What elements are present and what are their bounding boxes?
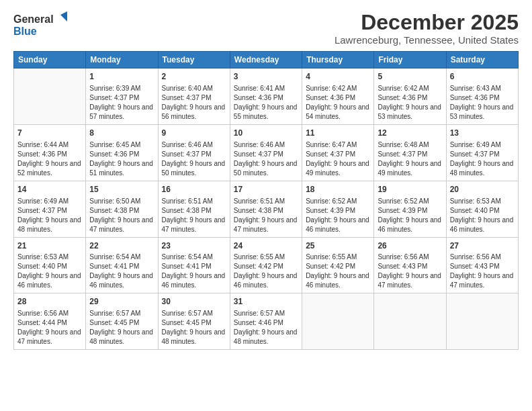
day-number: 11: [306, 128, 370, 139]
calendar-cell: 7Sunrise: 6:44 AMSunset: 4:36 PMDaylight…: [14, 124, 86, 181]
calendar-week-4: 21Sunrise: 6:53 AMSunset: 4:40 PMDayligh…: [14, 237, 519, 293]
day-info: Sunrise: 6:52 AMSunset: 4:39 PMDaylight:…: [306, 197, 370, 234]
weekday-header: SundayMondayTuesdayWednesdayThursdayFrid…: [14, 52, 519, 68]
day-info: Sunrise: 6:57 AMSunset: 4:45 PMDaylight:…: [89, 309, 154, 347]
calendar-cell: 10Sunrise: 6:46 AMSunset: 4:37 PMDayligh…: [230, 124, 302, 181]
calendar-cell: 17Sunrise: 6:51 AMSunset: 4:38 PMDayligh…: [230, 181, 302, 237]
svg-text:General: General: [13, 13, 54, 25]
day-info: Sunrise: 6:42 AMSunset: 4:36 PMDaylight:…: [306, 84, 370, 122]
day-info: Sunrise: 6:49 AMSunset: 4:37 PMDaylight:…: [450, 140, 515, 178]
day-number: 12: [378, 128, 442, 139]
day-info: Sunrise: 6:51 AMSunset: 4:38 PMDaylight:…: [234, 197, 298, 234]
calendar-table: SundayMondayTuesdayWednesdayThursdayFrid…: [13, 51, 519, 350]
svg-text:Blue: Blue: [13, 26, 37, 37]
day-info: Sunrise: 6:43 AMSunset: 4:36 PMDaylight:…: [450, 84, 515, 122]
day-number: 18: [306, 184, 370, 195]
calendar-week-3: 14Sunrise: 6:49 AMSunset: 4:37 PMDayligh…: [14, 181, 519, 237]
calendar-cell: 9Sunrise: 6:46 AMSunset: 4:37 PMDaylight…: [158, 124, 230, 181]
day-number: 21: [17, 240, 82, 252]
day-number: 24: [234, 240, 298, 252]
calendar-cell: 16Sunrise: 6:51 AMSunset: 4:38 PMDayligh…: [158, 181, 230, 237]
calendar-cell: 22Sunrise: 6:54 AMSunset: 4:41 PMDayligh…: [86, 237, 158, 293]
calendar-cell: 12Sunrise: 6:48 AMSunset: 4:37 PMDayligh…: [374, 124, 446, 181]
calendar-cell: [14, 68, 86, 125]
day-number: 9: [162, 128, 226, 139]
location-title: Lawrenceburg, Tennessee, United States: [335, 34, 519, 46]
calendar-cell: 24Sunrise: 6:55 AMSunset: 4:42 PMDayligh…: [230, 237, 302, 293]
calendar-cell: 2Sunrise: 6:40 AMSunset: 4:37 PMDaylight…: [158, 68, 230, 125]
weekday-header-thursday: Thursday: [302, 52, 374, 68]
day-number: 28: [17, 296, 82, 308]
weekday-header-wednesday: Wednesday: [230, 52, 302, 68]
day-info: Sunrise: 6:56 AMSunset: 4:44 PMDaylight:…: [17, 309, 82, 347]
day-info: Sunrise: 6:46 AMSunset: 4:37 PMDaylight:…: [162, 140, 226, 178]
day-info: Sunrise: 6:46 AMSunset: 4:37 PMDaylight:…: [234, 140, 298, 178]
calendar-cell: 28Sunrise: 6:56 AMSunset: 4:44 PMDayligh…: [14, 293, 86, 350]
day-number: 3: [234, 71, 298, 83]
day-number: 10: [234, 128, 298, 139]
day-info: Sunrise: 6:54 AMSunset: 4:41 PMDaylight:…: [89, 253, 154, 290]
day-info: Sunrise: 6:45 AMSunset: 4:36 PMDaylight:…: [89, 140, 154, 178]
day-number: 8: [89, 128, 154, 139]
calendar-cell: [302, 293, 374, 350]
day-number: 1: [89, 71, 154, 83]
day-info: Sunrise: 6:39 AMSunset: 4:37 PMDaylight:…: [89, 84, 154, 122]
calendar-cell: 8Sunrise: 6:45 AMSunset: 4:36 PMDaylight…: [86, 124, 158, 181]
page: General Blue December 2025 Lawrenceburg,…: [0, 0, 532, 411]
calendar-week-5: 28Sunrise: 6:56 AMSunset: 4:44 PMDayligh…: [14, 293, 519, 350]
day-info: Sunrise: 6:48 AMSunset: 4:37 PMDaylight:…: [378, 140, 442, 178]
day-info: Sunrise: 6:56 AMSunset: 4:43 PMDaylight:…: [378, 253, 442, 290]
day-info: Sunrise: 6:53 AMSunset: 4:40 PMDaylight:…: [17, 253, 82, 290]
day-number: 30: [162, 296, 226, 308]
day-number: 15: [89, 184, 154, 195]
calendar-cell: 30Sunrise: 6:57 AMSunset: 4:45 PMDayligh…: [158, 293, 230, 350]
header: General Blue December 2025 Lawrenceburg,…: [13, 11, 519, 46]
day-info: Sunrise: 6:50 AMSunset: 4:38 PMDaylight:…: [89, 197, 154, 234]
day-info: Sunrise: 6:49 AMSunset: 4:37 PMDaylight:…: [17, 197, 82, 234]
day-info: Sunrise: 6:40 AMSunset: 4:37 PMDaylight:…: [162, 84, 226, 122]
day-number: 13: [450, 128, 515, 139]
day-number: 27: [450, 240, 515, 252]
day-info: Sunrise: 6:44 AMSunset: 4:36 PMDaylight:…: [17, 140, 82, 178]
day-number: 5: [378, 71, 442, 83]
day-number: 23: [162, 240, 226, 252]
month-title: December 2025: [335, 11, 519, 34]
weekday-header-sunday: Sunday: [14, 52, 86, 68]
calendar-cell: 11Sunrise: 6:47 AMSunset: 4:37 PMDayligh…: [302, 124, 374, 181]
logo: General Blue: [13, 11, 67, 38]
day-number: 29: [89, 296, 154, 308]
calendar-cell: 29Sunrise: 6:57 AMSunset: 4:45 PMDayligh…: [86, 293, 158, 350]
calendar-cell: 20Sunrise: 6:53 AMSunset: 4:40 PMDayligh…: [446, 181, 518, 237]
day-number: 20: [450, 184, 515, 195]
calendar-cell: 31Sunrise: 6:57 AMSunset: 4:46 PMDayligh…: [230, 293, 302, 350]
calendar-cell: 3Sunrise: 6:41 AMSunset: 4:36 PMDaylight…: [230, 68, 302, 125]
day-number: 4: [306, 71, 370, 83]
calendar-cell: 21Sunrise: 6:53 AMSunset: 4:40 PMDayligh…: [14, 237, 86, 293]
calendar-week-2: 7Sunrise: 6:44 AMSunset: 4:36 PMDaylight…: [14, 124, 519, 181]
day-info: Sunrise: 6:56 AMSunset: 4:43 PMDaylight:…: [450, 253, 515, 290]
day-info: Sunrise: 6:55 AMSunset: 4:42 PMDaylight:…: [234, 253, 298, 290]
svg-marker-2: [60, 11, 67, 21]
weekday-header-friday: Friday: [374, 52, 446, 68]
calendar-cell: 1Sunrise: 6:39 AMSunset: 4:37 PMDaylight…: [86, 68, 158, 125]
day-number: 31: [234, 296, 298, 308]
day-info: Sunrise: 6:54 AMSunset: 4:41 PMDaylight:…: [162, 253, 226, 290]
logo-svg: General Blue: [13, 11, 67, 38]
day-info: Sunrise: 6:51 AMSunset: 4:38 PMDaylight:…: [162, 197, 226, 234]
day-info: Sunrise: 6:41 AMSunset: 4:36 PMDaylight:…: [234, 84, 298, 122]
day-info: Sunrise: 6:53 AMSunset: 4:40 PMDaylight:…: [450, 197, 515, 234]
day-number: 2: [162, 71, 226, 83]
calendar-cell: 13Sunrise: 6:49 AMSunset: 4:37 PMDayligh…: [446, 124, 518, 181]
day-number: 14: [17, 184, 82, 195]
calendar-cell: 6Sunrise: 6:43 AMSunset: 4:36 PMDaylight…: [446, 68, 518, 125]
calendar-cell: 15Sunrise: 6:50 AMSunset: 4:38 PMDayligh…: [86, 181, 158, 237]
calendar-cell: [374, 293, 446, 350]
day-info: Sunrise: 6:55 AMSunset: 4:42 PMDaylight:…: [306, 253, 370, 290]
calendar-cell: 27Sunrise: 6:56 AMSunset: 4:43 PMDayligh…: [446, 237, 518, 293]
day-number: 25: [306, 240, 370, 252]
day-number: 7: [17, 128, 82, 139]
calendar-cell: 18Sunrise: 6:52 AMSunset: 4:39 PMDayligh…: [302, 181, 374, 237]
day-number: 22: [89, 240, 154, 252]
weekday-header-tuesday: Tuesday: [158, 52, 230, 68]
day-number: 6: [450, 71, 515, 83]
